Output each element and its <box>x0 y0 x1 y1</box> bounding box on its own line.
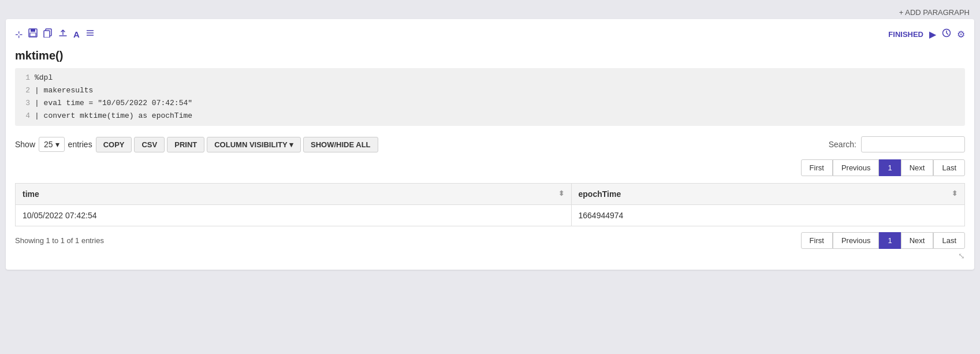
column-header-epochtime[interactable]: epochTime ⬍ <box>571 184 964 205</box>
list-icon[interactable] <box>85 28 95 40</box>
toolbar-right: FINISHED ▶ ⚙ <box>888 28 965 40</box>
next-page-top-button[interactable]: Next <box>901 159 934 176</box>
entries-value: 25 <box>44 140 53 149</box>
results-table: time ⬍ epochTime ⬍ 10/05/2022 07:42:54 1… <box>15 183 965 226</box>
section-title: mktime() <box>15 49 965 62</box>
line-num-4: 4 <box>21 110 30 122</box>
previous-page-top-button[interactable]: Previous <box>833 159 880 176</box>
copy-button[interactable]: COPY <box>96 137 132 152</box>
svg-rect-4 <box>44 31 50 38</box>
entries-select[interactable]: 25 ▾ <box>39 137 65 152</box>
code-line-3: 3 | eval time = "10/05/2022 07:42:54" <box>21 97 959 110</box>
showing-label: Showing 1 to 1 of 1 entries <box>15 236 104 245</box>
column-header-epochtime-label: epochTime <box>579 189 621 199</box>
pagination-bottom: First Previous 1 Next Last <box>801 232 965 249</box>
code-line-1: 1 %dpl <box>21 72 959 84</box>
line-num-2: 2 <box>21 84 30 97</box>
last-page-top-button[interactable]: Last <box>933 159 965 176</box>
save-icon[interactable] <box>28 28 38 40</box>
cell-time-value: 10/05/2022 07:42:54 <box>23 211 96 220</box>
table-row: 10/05/2022 07:42:54 1664944974 <box>16 205 965 226</box>
first-page-bottom-button[interactable]: First <box>801 232 833 249</box>
code-block: 1 %dpl 2 | makeresults 3 | eval time = "… <box>15 68 965 126</box>
chevron-down-icon: ▾ <box>55 140 59 149</box>
upload-icon[interactable] <box>58 28 68 40</box>
gear-icon[interactable]: ⚙ <box>957 29 965 40</box>
top-bar: + ADD PARAGRAPH <box>6 6 974 19</box>
current-page-top-button[interactable]: 1 <box>879 159 900 176</box>
cell-epochtime-value: 1664944974 <box>579 211 624 220</box>
column-visibility-button[interactable]: COLUMN VISIBILITY ▾ <box>207 137 301 152</box>
search-label: Search: <box>829 140 856 149</box>
run-icon[interactable]: ▶ <box>929 29 936 40</box>
column-header-time[interactable]: time ⬍ <box>16 184 572 205</box>
svg-rect-2 <box>30 33 36 36</box>
show-hide-all-button[interactable]: SHOW/HIDE ALL <box>303 137 378 152</box>
cell-epochtime: 1664944974 <box>571 205 964 226</box>
copy-icon[interactable] <box>43 28 53 40</box>
resize-handle[interactable]: ⤡ <box>15 251 965 260</box>
line-num-3: 3 <box>21 97 30 110</box>
next-page-bottom-button[interactable]: Next <box>901 232 934 249</box>
cell-time: 10/05/2022 07:42:54 <box>16 205 572 226</box>
finished-label: FINISHED <box>888 30 923 39</box>
line-content-4: | convert mktime(time) as epochTime <box>35 110 192 122</box>
code-line-4: 4 | convert mktime(time) as epochTime <box>21 110 959 122</box>
column-visibility-chevron: ▾ <box>289 140 293 149</box>
previous-page-bottom-button[interactable]: Previous <box>833 232 880 249</box>
add-paragraph-button[interactable]: + ADD PARAGRAPH <box>899 8 970 17</box>
controls-row: Show 25 ▾ entries COPY CSV PRINT COLUMN … <box>15 136 965 152</box>
resize-icon: ⤡ <box>958 251 965 260</box>
line-content-3: | eval time = "10/05/2022 07:42:54" <box>35 97 192 110</box>
column-header-time-label: time <box>23 189 39 199</box>
csv-button[interactable]: CSV <box>134 137 165 152</box>
show-label: Show <box>15 140 35 149</box>
paragraph-toolbar: ⊹ A FINISHED ▶ <box>15 28 965 40</box>
column-visibility-label: COLUMN VISIBILITY <box>214 140 287 149</box>
toolbar-left: ⊹ A <box>15 28 95 40</box>
pagination-top: First Previous 1 Next Last <box>15 159 965 176</box>
controls-right: Search: <box>829 136 965 152</box>
entries-label: entries <box>68 140 92 149</box>
first-page-top-button[interactable]: First <box>801 159 833 176</box>
table-action-buttons: COPY CSV PRINT COLUMN VISIBILITY ▾ SHOW/… <box>96 137 378 152</box>
code-line-2: 2 | makeresults <box>21 84 959 97</box>
table-header-row: time ⬍ epochTime ⬍ <box>16 184 965 205</box>
table-footer: Showing 1 to 1 of 1 entries First Previo… <box>15 232 965 249</box>
controls-left: Show 25 ▾ entries COPY CSV PRINT COLUMN … <box>15 137 378 152</box>
sort-icon-epochtime: ⬍ <box>952 189 957 198</box>
move-icon[interactable]: ⊹ <box>15 29 23 40</box>
print-button[interactable]: PRINT <box>167 137 204 152</box>
main-card: ⊹ A FINISHED ▶ <box>6 19 974 270</box>
svg-rect-1 <box>31 29 35 32</box>
sort-icon-time: ⬍ <box>558 189 564 198</box>
clock-icon[interactable] <box>942 28 951 40</box>
line-num-1: 1 <box>21 72 30 84</box>
text-icon[interactable]: A <box>73 29 80 39</box>
line-content-1: %dpl <box>35 72 53 84</box>
last-page-bottom-button[interactable]: Last <box>933 232 965 249</box>
line-content-2: | makeresults <box>35 84 93 97</box>
search-input[interactable] <box>861 136 965 152</box>
current-page-bottom-button[interactable]: 1 <box>879 232 900 249</box>
